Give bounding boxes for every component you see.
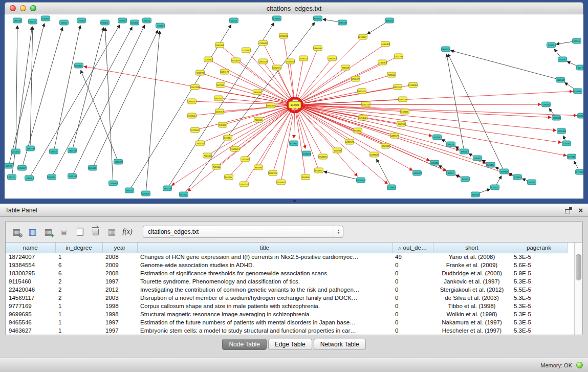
graph-edge[interactable] — [298, 105, 577, 115]
cell-year[interactable]: 2008 — [102, 269, 137, 277]
graph-edge[interactable] — [323, 19, 339, 22]
graph-edge[interactable] — [94, 30, 158, 165]
cell-year[interactable]: 1997 — [102, 318, 137, 326]
graph-edge[interactable] — [298, 91, 573, 104]
table-mode-icon[interactable]: ▦⚙ — [10, 225, 23, 238]
graph-edge[interactable] — [447, 54, 464, 148]
column-header-pagerank[interactable]: pagerank — [511, 243, 567, 253]
cell-in_degree[interactable]: 1 — [55, 253, 102, 261]
cell-year[interactable]: 1998 — [102, 310, 137, 318]
graph-edge[interactable] — [298, 105, 551, 117]
cell-title[interactable]: Genome-wide association studies in ADHD. — [137, 261, 392, 269]
graph-edge[interactable] — [54, 26, 80, 148]
cell-in_degree[interactable]: 1 — [55, 318, 102, 326]
cell-title[interactable]: Structural magnetic resonance image aver… — [137, 310, 392, 318]
tab-node-table[interactable]: Node Table — [222, 339, 267, 350]
graph-node[interactable]: 1864091 — [314, 46, 322, 51]
graph-node[interactable]: 854934 — [315, 168, 323, 173]
cell-title[interactable]: Estimation of significance thresholds fo… — [137, 269, 392, 277]
cell-pagerank[interactable]: 5.3E-5 — [511, 318, 567, 326]
cell-short[interactable]: Franke et al. (2009) — [433, 261, 511, 269]
graph-edge[interactable] — [23, 28, 63, 165]
graph-node[interactable]: 96162 — [461, 177, 470, 182]
graph-edge[interactable] — [294, 108, 295, 138]
graph-node[interactable]: 951873 — [196, 70, 205, 75]
graph-node[interactable]: 1032012 — [273, 65, 281, 70]
graph-node[interactable]: 1052224 — [240, 182, 249, 187]
graph-edge[interactable] — [367, 22, 387, 34]
graph-node[interactable]: 66619 — [447, 142, 455, 147]
graph-node[interactable]: 109464 — [487, 162, 495, 167]
graph-node[interactable]: 186470 — [13, 18, 22, 23]
cell-short[interactable]: Yano et al. (2008) — [433, 253, 511, 261]
graph-node[interactable]: 2148083 — [378, 60, 387, 65]
table-row[interactable]: 946554611997Estimation of the future num… — [6, 318, 567, 326]
cell-short[interactable]: Dudbridge et al. (2008) — [433, 269, 511, 277]
graph-edge[interactable] — [298, 39, 361, 101]
graph-node[interactable]: 912268 — [191, 127, 200, 133]
cell-name[interactable]: 19384554 — [6, 261, 55, 269]
cell-pagerank[interactable]: 5.6E-5 — [511, 261, 567, 269]
zoom-button[interactable] — [30, 5, 36, 11]
graph-node[interactable]: 132166 — [401, 109, 409, 114]
graph-edge[interactable] — [574, 161, 578, 169]
graph-node[interactable]: 172405 — [289, 102, 301, 108]
table-row[interactable]: 1938455462009Genome-wide association stu… — [6, 261, 567, 269]
resize-grip[interactable] — [293, 200, 296, 202]
function-builder-icon[interactable]: f(x) — [121, 225, 134, 238]
graph-node[interactable]: 1007318 — [191, 84, 200, 90]
graph-node[interactable]: 205308 — [89, 165, 97, 170]
graph-node[interactable]: 76134 — [156, 23, 165, 28]
cell-short[interactable]: Tibbo et al. (1998) — [433, 302, 511, 310]
cell-out_degree[interactable]: 0 — [392, 277, 433, 286]
graph-node[interactable]: 590518 — [163, 186, 172, 191]
cell-pagerank[interactable]: 5.3E-5 — [511, 294, 567, 302]
graph-node[interactable]: 748503 — [341, 65, 350, 70]
graph-node[interactable]: 761545 — [180, 192, 188, 197]
cell-year[interactable]: 2008 — [102, 253, 137, 261]
graph-node[interactable]: 590517 — [125, 188, 134, 193]
column-header-title[interactable]: title — [137, 243, 392, 253]
float-panel-icon[interactable] — [565, 207, 572, 213]
graph-node[interactable]: 821821 — [385, 18, 394, 23]
graph-node[interactable]: 121642 — [359, 115, 367, 120]
cell-year[interactable]: 1997 — [102, 326, 137, 335]
column-header-out_de[interactable]: △out_de… — [392, 243, 433, 253]
cell-out_degree[interactable]: 0 — [392, 302, 433, 310]
network-canvas[interactable]: 1724051125439226008127514195187910811784… — [5, 14, 583, 199]
cell-year[interactable]: 2009 — [102, 261, 137, 269]
cell-name[interactable]: 9463627 — [6, 326, 55, 335]
graph-node[interactable]: 1518453 — [277, 180, 286, 185]
cell-out_degree[interactable]: 0 — [392, 294, 433, 302]
graph-node[interactable]: 1420491 — [204, 57, 213, 62]
graph-node[interactable]: 360715 — [214, 96, 223, 101]
graph-node[interactable]: 205309 — [142, 191, 150, 196]
graph-node[interactable]: 1221798 — [395, 54, 403, 59]
graph-edge[interactable] — [284, 39, 294, 100]
graph-node[interactable]: 954952 — [354, 128, 362, 133]
graph-node[interactable]: 92774 — [558, 57, 567, 62]
graph-edge[interactable] — [549, 108, 554, 115]
cell-pagerank[interactable]: 5.3E-5 — [511, 310, 567, 318]
cell-year[interactable]: 1997 — [102, 277, 137, 286]
graph-node[interactable]: 818304 — [273, 16, 281, 21]
graph-node[interactable]: 1626125 — [299, 56, 308, 61]
graph-edge[interactable] — [9, 24, 44, 163]
graph-node[interactable]: 1877510 — [394, 84, 402, 90]
graph-node[interactable]: 752341 — [203, 153, 212, 158]
minimize-button[interactable] — [20, 5, 26, 11]
graph-node[interactable]: 1635417 — [358, 89, 366, 94]
graph-node[interactable]: 590516 — [68, 173, 77, 179]
graph-node[interactable]: 219527 — [359, 34, 367, 39]
cell-name[interactable]: 14569117 — [6, 294, 55, 302]
graph-edge[interactable] — [274, 105, 290, 105]
cell-out_degree[interactable]: 0 — [392, 326, 433, 335]
column-header-name[interactable]: name — [6, 243, 55, 253]
graph-node[interactable]: 1485083 — [381, 41, 390, 47]
memory-status-icon[interactable] — [576, 362, 583, 368]
graph-node[interactable]: 854933 — [381, 143, 390, 148]
graph-node[interactable]: 1842004 — [215, 42, 224, 48]
graph-edge[interactable] — [377, 159, 390, 185]
graph-node[interactable]: 59051 — [60, 20, 69, 25]
graph-node[interactable]: 427512 — [216, 82, 225, 87]
